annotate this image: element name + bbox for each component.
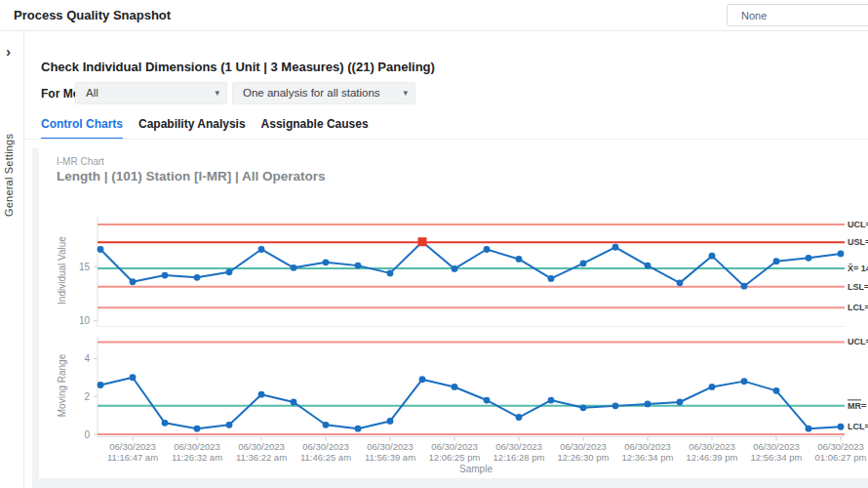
chart-text: 06/30/2023 <box>560 441 607 452</box>
chart-text: 10 <box>79 315 91 326</box>
data-point[interactable] <box>741 283 748 290</box>
chart-text: 15 <box>79 262 91 272</box>
alert-data-point[interactable] <box>418 237 427 246</box>
data-point[interactable] <box>387 269 394 276</box>
chart-text: 12:46:39 pm <box>687 452 738 463</box>
data-point[interactable] <box>226 422 233 428</box>
data-point[interactable] <box>258 391 265 398</box>
data-point[interactable] <box>194 274 201 281</box>
data-point[interactable] <box>484 246 491 253</box>
chart-text: 12:36:34 pm <box>622 452 674 463</box>
data-point[interactable] <box>452 265 458 272</box>
data-point[interactable] <box>741 378 748 385</box>
data-point[interactable] <box>484 397 491 404</box>
data-point[interactable] <box>838 251 845 258</box>
series-line <box>100 242 841 286</box>
data-point[interactable] <box>323 259 330 265</box>
data-point[interactable] <box>677 279 684 286</box>
chart-text: 0 <box>84 429 90 440</box>
chart-text: LSL= <box>848 282 868 292</box>
data-point[interactable] <box>612 402 619 409</box>
data-point[interactable] <box>98 246 104 253</box>
chart-text: 06/30/2023 <box>367 441 414 452</box>
data-point[interactable] <box>773 258 780 264</box>
chart-text: 06/30/2023 <box>431 441 478 452</box>
data-point[interactable] <box>773 387 780 394</box>
chart-text: 11:36:22 am <box>236 452 287 463</box>
data-point[interactable] <box>677 399 684 406</box>
chart-text: 12:26:30 pm <box>558 452 610 463</box>
data-point[interactable] <box>612 244 619 251</box>
moving-range-chart: 024UCL=MR= 1LCL=Moving Range06/30/202311… <box>57 337 868 474</box>
data-point[interactable] <box>258 246 265 253</box>
data-point[interactable] <box>516 414 523 421</box>
chart-text: USL= <box>848 237 868 247</box>
chart-text: 01:06:27 pm <box>815 452 867 463</box>
chart-text: 12:16:28 pm <box>493 452 545 463</box>
chart-text: 12:56:34 pm <box>751 452 803 463</box>
y-axis-label: Moving Range <box>57 353 67 417</box>
chart-text: 2 <box>84 391 90 402</box>
chart-text: 06/30/2023 <box>302 441 349 452</box>
data-point[interactable] <box>645 263 651 269</box>
chart-text: MR= 1 <box>848 401 868 411</box>
chart-text: Sample <box>459 464 493 474</box>
chart-text: 12:06:25 pm <box>429 452 481 463</box>
chart-text: 06/30/2023 <box>689 441 735 452</box>
chart-text: 4 <box>84 353 90 364</box>
data-point[interactable] <box>130 374 137 381</box>
data-point[interactable] <box>645 401 651 408</box>
data-point[interactable] <box>291 264 297 271</box>
chart-text: 06/30/2023 <box>109 441 156 452</box>
chart-text: UCL= <box>848 337 868 346</box>
chart-text: 11:26:32 am <box>172 452 222 463</box>
chart-text: 06/30/2023 <box>753 441 800 452</box>
data-point[interactable] <box>709 253 716 260</box>
data-point[interactable] <box>162 420 169 427</box>
chart-text: UCL= <box>848 220 868 229</box>
data-point[interactable] <box>580 261 587 267</box>
chart-text: 06/30/2023 <box>817 441 864 452</box>
chart-text: 06/30/2023 <box>495 441 542 452</box>
data-point[interactable] <box>838 424 845 430</box>
chart-text: X̄= 14 <box>848 264 868 273</box>
data-point[interactable] <box>355 263 362 269</box>
data-point[interactable] <box>98 382 104 388</box>
chart-text: 06/30/2023 <box>174 441 220 452</box>
data-point[interactable] <box>516 256 523 263</box>
data-point[interactable] <box>548 275 555 282</box>
data-point[interactable] <box>323 422 330 428</box>
series-line <box>100 378 841 428</box>
data-point[interactable] <box>548 397 555 404</box>
data-point[interactable] <box>291 399 297 406</box>
data-point[interactable] <box>162 272 169 279</box>
individual-chart: 1015UCL=USL=X̄= 14LSL=LCL=Individual Val… <box>57 217 868 327</box>
data-point[interactable] <box>130 278 137 285</box>
chart-text: 11:46:25 am <box>300 452 351 463</box>
chart-text: 11:56:39 am <box>365 452 415 463</box>
data-point[interactable] <box>806 255 812 262</box>
data-point[interactable] <box>452 384 458 390</box>
chart-text: 06/30/2023 <box>624 441 671 452</box>
data-point[interactable] <box>355 426 362 432</box>
data-point[interactable] <box>580 404 587 411</box>
data-point[interactable] <box>387 418 394 425</box>
y-axis-label: Individual Value <box>57 236 67 305</box>
chart-text: LCL= <box>848 303 868 312</box>
data-point[interactable] <box>226 268 233 275</box>
data-point[interactable] <box>419 376 426 383</box>
data-point[interactable] <box>194 426 201 432</box>
chart-text: LCL= <box>848 422 868 431</box>
data-point[interactable] <box>806 426 812 432</box>
imr-charts: 1015UCL=USL=X̄= 14LSL=LCL=Individual Val… <box>0 0 868 488</box>
data-point[interactable] <box>709 384 716 390</box>
app-window: Process Quality Snapshot None › General … <box>0 0 868 488</box>
chart-text: 11:16:47 am <box>107 452 158 463</box>
chart-text: 06/30/2023 <box>238 441 285 452</box>
